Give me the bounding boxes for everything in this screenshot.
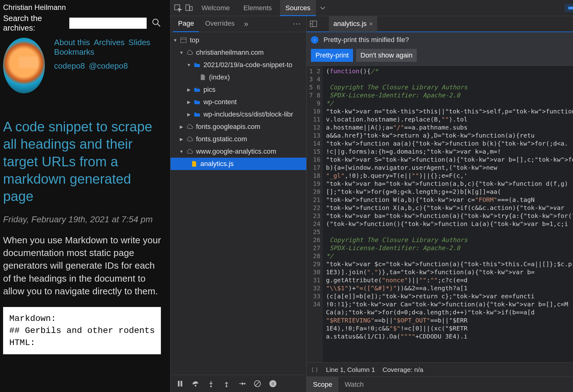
code-editor[interactable]: 1 2 3 4 5 6 7 8 9 10 11 12 13 14 15 16 1… xyxy=(307,66,573,362)
step-out-icon[interactable] xyxy=(222,380,230,388)
handle-twitter[interactable]: @codepo8 xyxy=(89,61,128,70)
tree-folder[interactable]: ▶ wp-content xyxy=(170,96,306,108)
cursor-position: Line 1, Column 1 xyxy=(326,366,375,373)
tree-top[interactable]: ▼ top xyxy=(170,34,306,46)
tree-origin[interactable]: ▼ www.google-analytics.com xyxy=(170,145,306,158)
svg-rect-22 xyxy=(272,382,273,385)
issues-badge[interactable]: 36 xyxy=(565,4,573,12)
article-date: Friday, February 19th, 2021 at 7:54 pm xyxy=(3,215,161,224)
svg-rect-11 xyxy=(181,38,186,43)
webpage-panel: Christian Heilmann Search the archives: … xyxy=(0,0,170,392)
nav-links: About this Archives Slides Bookmarks cod… xyxy=(54,38,161,93)
debugger-tabs: Scope Watch xyxy=(307,377,573,392)
tree-origin[interactable]: ▶ fonts.googleapis.com xyxy=(170,121,306,133)
dont-show-again-button[interactable]: Don't show again xyxy=(356,49,417,62)
tab-elements[interactable]: Elements xyxy=(238,0,278,16)
tree-folder[interactable]: ▼ 2021/02/19/a-code-snippet-to xyxy=(170,59,306,71)
coverage-status: Coverage: n/a xyxy=(382,366,423,373)
pretty-print-button[interactable]: Pretty-print xyxy=(311,49,353,62)
search-icon[interactable] xyxy=(152,18,161,28)
search-label: Search the archives: xyxy=(3,14,64,33)
svg-rect-23 xyxy=(274,382,274,385)
svg-point-18 xyxy=(244,383,245,384)
tab-close-icon[interactable]: × xyxy=(369,20,373,28)
editor-column: analytics.js × Pretty-print this minifie… xyxy=(307,16,573,392)
nav-menu-icon[interactable]: ⋯ xyxy=(290,19,304,29)
pause-icon[interactable] xyxy=(176,380,184,388)
tree-file-index[interactable]: (index) xyxy=(170,71,306,83)
step-over-icon[interactable] xyxy=(192,380,200,388)
svg-point-16 xyxy=(210,386,212,387)
step-into-icon[interactable] xyxy=(207,380,215,388)
editor-tab-analytics[interactable]: analytics.js × xyxy=(329,16,377,32)
article-title[interactable]: A code snippet to scrape all headings an… xyxy=(3,118,161,205)
tree-origin[interactable]: ▼ christianheilmann.com xyxy=(170,46,306,59)
file-tree: ▼ top ▼ christianheilmann.com ▼ 2021/02/… xyxy=(170,32,306,375)
svg-point-17 xyxy=(226,386,227,387)
svg-rect-4 xyxy=(190,6,192,11)
nav-about[interactable]: About this xyxy=(54,38,90,47)
svg-rect-14 xyxy=(181,381,182,386)
nav-bookmarks[interactable]: Bookmarks xyxy=(54,47,94,57)
pretty-print-infobar: Pretty-print this minified file? Learn m… xyxy=(307,32,573,66)
nav-archives[interactable]: Archives xyxy=(94,38,125,47)
nav-tab-more-icon[interactable]: » xyxy=(241,19,251,29)
nav-tab-page[interactable]: Page xyxy=(173,16,199,32)
devtools: Welcome Elements Sources 36 ⋯ Page Overr… xyxy=(170,0,573,392)
svg-line-20 xyxy=(256,381,260,386)
code-content[interactable]: (function(){/* Copyright The Closure Lib… xyxy=(323,66,573,362)
sources-navigator: Page Overrides » ⋯ ▼ top ▼ christianheil… xyxy=(170,16,307,392)
pause-exceptions-icon[interactable] xyxy=(269,380,277,388)
debugger-controls xyxy=(170,375,306,392)
tab-sources[interactable]: Sources xyxy=(280,0,316,16)
nav-slides[interactable]: Slides xyxy=(128,38,150,47)
editor-status-bar: Line 1, Column 1 Coverage: n/a xyxy=(307,362,573,377)
pretty-print-icon[interactable] xyxy=(311,366,318,373)
svg-rect-13 xyxy=(178,381,179,386)
tree-file-analytics[interactable]: analytics.js xyxy=(170,158,306,170)
handle-codepo8[interactable]: codepo8 xyxy=(54,61,85,70)
step-icon[interactable] xyxy=(238,380,246,388)
info-icon xyxy=(311,36,318,44)
tree-origin[interactable]: ▶ fonts.gstatic.com xyxy=(170,133,306,145)
svg-point-0 xyxy=(153,19,158,25)
tree-folder[interactable]: ▶ wp-includes/css/dist/block-libr xyxy=(170,108,306,121)
svg-line-1 xyxy=(157,24,160,27)
navigator-tabs: Page Overrides » ⋯ xyxy=(170,16,306,32)
search-row: Search the archives: xyxy=(3,14,161,33)
toggle-navigator-icon[interactable] xyxy=(309,19,318,28)
inspect-icon[interactable] xyxy=(174,4,182,12)
svg-point-15 xyxy=(195,385,196,386)
infobar-text: Pretty-print this minified file? xyxy=(323,36,409,44)
editor-tabs: analytics.js × xyxy=(307,16,573,32)
code-example: Markdown: ## Gerbils and other rodents H… xyxy=(3,307,161,355)
search-input[interactable] xyxy=(69,18,147,29)
tab-welcome[interactable]: Welcome xyxy=(196,0,235,16)
avatar xyxy=(3,38,45,93)
site-title: Christian Heilmann xyxy=(3,3,161,12)
svg-rect-3 xyxy=(186,5,190,11)
tree-folder[interactable]: ▶ pics xyxy=(170,83,306,96)
line-gutter: 1 2 3 4 5 6 7 8 9 10 11 12 13 14 15 16 1… xyxy=(307,66,323,362)
article-body: When you use Markdown to write your docu… xyxy=(3,234,161,298)
nav-tab-overrides[interactable]: Overrides xyxy=(200,16,239,32)
svg-rect-5 xyxy=(568,6,573,9)
tab-watch[interactable]: Watch xyxy=(338,377,370,392)
deactivate-breakpoints-icon[interactable] xyxy=(253,380,261,388)
more-tabs-icon[interactable] xyxy=(318,4,327,12)
svg-point-21 xyxy=(270,380,277,387)
profile-row: About this Archives Slides Bookmarks cod… xyxy=(3,38,161,93)
tab-scope[interactable]: Scope xyxy=(307,377,338,392)
device-icon[interactable] xyxy=(185,4,193,12)
devtools-toolbar: Welcome Elements Sources 36 ⋯ xyxy=(170,0,573,16)
